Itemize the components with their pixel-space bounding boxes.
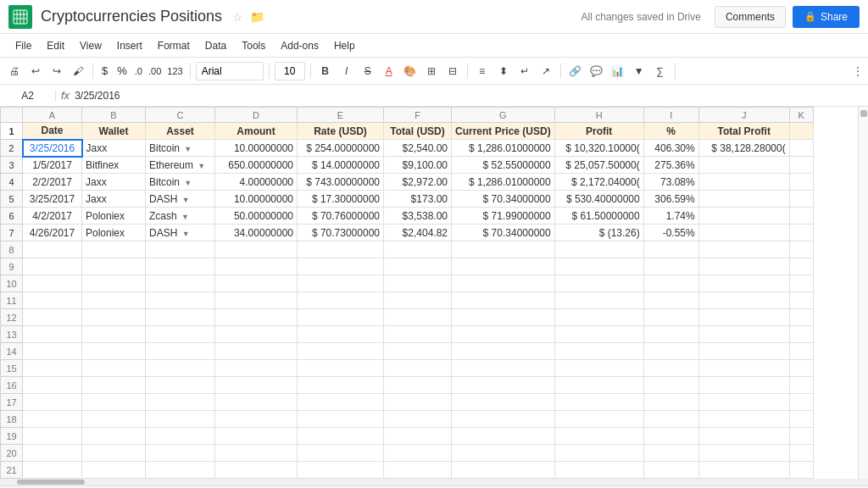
dropdown-icon[interactable]: ▼ <box>181 213 189 221</box>
bold-button[interactable]: B <box>316 62 335 80</box>
cell-reference[interactable]: A2 <box>5 90 56 102</box>
menu-file[interactable]: File <box>8 37 38 54</box>
share-button[interactable]: Share <box>793 6 860 28</box>
col-header-h[interactable]: H <box>554 108 643 123</box>
hdr-current-price[interactable]: Current Price (USD) <box>452 123 555 140</box>
cell-e7[interactable]: $ 70.73000000 <box>298 225 384 241</box>
cell-h7[interactable]: $ (13.26) <box>554 225 643 241</box>
cell-f4[interactable]: $2,972.00 <box>384 174 452 191</box>
formula-input[interactable]: 3/25/2016 <box>75 90 863 102</box>
hdr-total-profit[interactable]: Total Profit <box>698 123 789 140</box>
cell-h4[interactable]: $ 2,172.04000( <box>554 174 643 191</box>
cell-a6[interactable]: 4/2/2017 <box>23 208 82 225</box>
hdr-wallet[interactable]: Wallet <box>82 123 146 140</box>
col-header-i[interactable]: I <box>643 108 698 123</box>
print-button[interactable]: 🖨 <box>5 62 24 80</box>
cell-b4[interactable]: Jaxx <box>82 174 146 191</box>
menu-insert[interactable]: Insert <box>110 37 149 54</box>
undo-button[interactable]: ↩ <box>26 62 45 80</box>
filter-button[interactable]: ▼ <box>630 62 648 80</box>
hdr-total[interactable]: Total (USD) <box>384 123 452 140</box>
cell-g7[interactable]: $ 70.34000000 <box>452 225 555 241</box>
cell-f7[interactable]: $2,404.82 <box>384 225 452 241</box>
function-button[interactable]: ∑ <box>651 62 670 80</box>
decimal-increase[interactable]: .00 <box>147 66 163 76</box>
col-header-d[interactable]: D <box>215 108 298 123</box>
menu-addons[interactable]: Add-ons <box>274 37 326 54</box>
cell-c6[interactable]: Zcash ▼ <box>146 208 215 225</box>
cell-b7[interactable]: Poloniex <box>82 225 146 241</box>
cell-d5[interactable]: 10.00000000 <box>215 191 298 208</box>
col-header-c[interactable]: C <box>146 108 215 123</box>
col-header-a[interactable]: A <box>23 108 82 123</box>
menu-tools[interactable]: Tools <box>235 37 272 54</box>
font-color-button[interactable]: A <box>380 62 398 80</box>
cell-i6[interactable]: 1.74% <box>643 208 698 225</box>
cell-i3[interactable]: 275.36% <box>643 157 698 174</box>
decimal-decrease[interactable]: .0 <box>133 66 144 76</box>
cell-c4[interactable]: Bitcoin ▼ <box>146 174 215 191</box>
dropdown-icon[interactable]: ▼ <box>182 196 190 204</box>
menu-view[interactable]: View <box>73 37 108 54</box>
cell-b5[interactable]: Jaxx <box>82 191 146 208</box>
horizontal-scrollbar[interactable] <box>0 479 868 485</box>
cell-a2[interactable]: 3/25/2016 <box>23 140 82 157</box>
cell-f5[interactable]: $173.00 <box>384 191 452 208</box>
col-header-e[interactable]: E <box>298 108 384 123</box>
merge-button[interactable]: ⊟ <box>443 62 462 80</box>
dropdown-icon[interactable]: ▼ <box>198 162 205 170</box>
cell-h2[interactable]: $ 10,320.10000( <box>554 140 643 157</box>
cell-h3[interactable]: $ 25,057.50000( <box>554 157 643 174</box>
cell-b6[interactable]: Poloniex <box>82 208 146 225</box>
rotate-button[interactable]: ↗ <box>537 62 555 80</box>
cell-c7[interactable]: DASH ▼ <box>146 225 215 241</box>
chart-button[interactable]: 📊 <box>609 62 627 80</box>
menu-edit[interactable]: Edit <box>40 37 71 54</box>
cell-d4[interactable]: 4.00000000 <box>215 174 298 191</box>
paint-format-button[interactable]: 🖌 <box>69 62 87 80</box>
redo-button[interactable]: ↪ <box>47 62 66 80</box>
font-name-input[interactable] <box>196 62 264 80</box>
cell-e3[interactable]: $ 14.00000000 <box>298 157 384 174</box>
hdr-profit[interactable]: Profit <box>554 123 643 140</box>
borders-button[interactable]: ⊞ <box>422 62 441 80</box>
cell-a4[interactable]: 2/2/2017 <box>23 174 82 191</box>
menu-data[interactable]: Data <box>198 37 233 54</box>
font-size-input[interactable] <box>275 62 305 80</box>
more-button[interactable]: ⋮ <box>853 65 863 77</box>
menu-format[interactable]: Format <box>151 37 197 54</box>
align-button[interactable]: ≡ <box>473 62 492 80</box>
col-header-b[interactable]: B <box>82 108 146 123</box>
cell-g5[interactable]: $ 70.34000000 <box>452 191 555 208</box>
number-format[interactable]: 123 <box>165 66 184 76</box>
hdr-asset[interactable]: Asset <box>146 123 215 140</box>
cell-g4[interactable]: $ 1,286.01000000 <box>452 174 555 191</box>
star-icon[interactable]: ☆ <box>232 10 243 24</box>
cell-f6[interactable]: $3,538.00 <box>384 208 452 225</box>
col-header-g[interactable]: G <box>452 108 555 123</box>
cell-i5[interactable]: 306.59% <box>643 191 698 208</box>
cell-d7[interactable]: 34.00000000 <box>215 225 298 241</box>
hdr-rate[interactable]: Rate (USD) <box>298 123 384 140</box>
col-header-f[interactable]: F <box>384 108 452 123</box>
scroll-thumb[interactable] <box>860 110 867 117</box>
cell-c5[interactable]: DASH ▼ <box>146 191 215 208</box>
vertical-scrollbar[interactable] <box>858 107 868 479</box>
cell-f3[interactable]: $9,100.00 <box>384 157 452 174</box>
fill-color-button[interactable]: 🎨 <box>401 62 420 80</box>
hdr-amount[interactable]: Amount <box>215 123 298 140</box>
menu-help[interactable]: Help <box>327 37 362 54</box>
cell-i7[interactable]: -0.55% <box>643 225 698 241</box>
cell-j2[interactable]: $ 38,128.28000( <box>698 140 789 157</box>
cell-a3[interactable]: 1/5/2017 <box>23 157 82 174</box>
wrap-button[interactable]: ↵ <box>515 62 534 80</box>
cell-e2[interactable]: $ 254.00000000 <box>298 140 384 157</box>
cell-g3[interactable]: $ 52.55000000 <box>452 157 555 174</box>
folder-icon[interactable]: 📁 <box>250 10 264 24</box>
cell-g6[interactable]: $ 71.99000000 <box>452 208 555 225</box>
hdr-percent[interactable]: % <box>643 123 698 140</box>
dropdown-icon[interactable]: ▼ <box>184 179 192 187</box>
hdr-date[interactable]: Date <box>23 123 82 140</box>
cell-d6[interactable]: 50.00000000 <box>215 208 298 225</box>
col-header-j[interactable]: J <box>698 108 789 123</box>
